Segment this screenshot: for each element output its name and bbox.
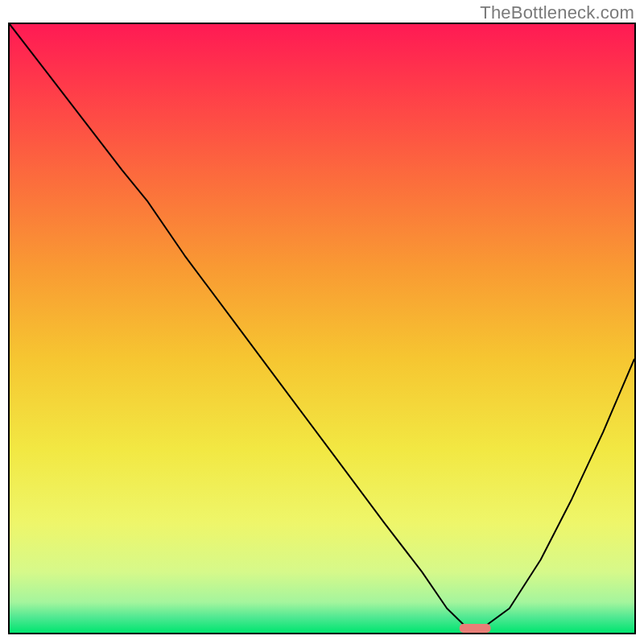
bottleneck-chart (10, 24, 634, 633)
watermark-text: TheBottleneck.com (480, 2, 634, 23)
optimal-marker (460, 624, 491, 633)
chart-frame (8, 23, 636, 634)
chart-background (10, 24, 634, 633)
